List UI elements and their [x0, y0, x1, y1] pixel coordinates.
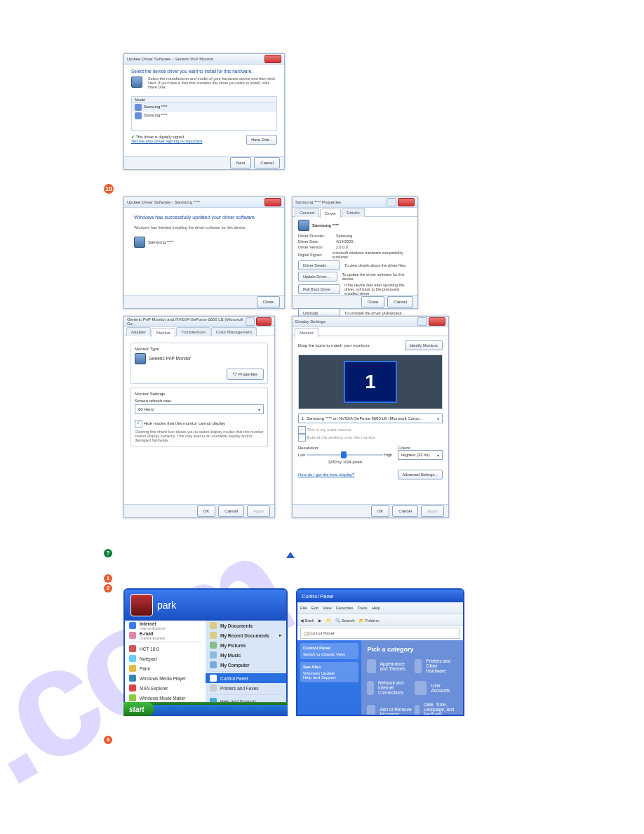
cancel-button[interactable]: Cancel: [254, 157, 280, 168]
have-disk-button[interactable]: Have Disk...: [246, 135, 277, 145]
monitor-icon: [135, 112, 142, 119]
monitor-type-label: Monitor Type: [135, 347, 264, 351]
best-display-link[interactable]: How do I get the best display?: [298, 472, 354, 477]
tabs: General Driver Details: [293, 208, 417, 217]
sm-item[interactable]: Windows Media Player: [125, 673, 206, 683]
search-button[interactable]: 🔍 Search: [335, 618, 355, 623]
title-text: Display Settings: [295, 319, 326, 324]
close-icon[interactable]: [398, 198, 415, 206]
sm-item-control-panel[interactable]: Control Panel: [206, 673, 286, 683]
sm-item-internet[interactable]: InternetInternet Explorer: [125, 621, 206, 630]
main-monitor-checkbox: ✓: [298, 426, 306, 434]
colors-dropdown[interactable]: Highest (32 bit)▾: [398, 450, 443, 460]
cancel-button[interactable]: Cancel: [218, 505, 244, 517]
help-icon[interactable]: [387, 198, 396, 206]
ok-button[interactable]: OK: [197, 505, 216, 517]
resolution-slider[interactable]: [307, 454, 383, 456]
sm-item[interactable]: Paint: [125, 663, 206, 673]
tab-adapter[interactable]: Adapter: [126, 327, 151, 336]
pick-category-heading: Pick a category: [367, 646, 457, 653]
address-bar[interactable]: 📋 Control Panel: [300, 628, 460, 639]
monitor-icon: [131, 77, 142, 88]
tab-driver[interactable]: Driver: [320, 208, 341, 218]
monitor-icon: [298, 220, 309, 231]
help-icon[interactable]: [246, 317, 255, 326]
close-icon[interactable]: [264, 55, 281, 63]
identify-button[interactable]: Identify Monitors: [405, 340, 443, 350]
monitor-select[interactable]: 1. Samsung **** on NVIDIA GeForce 6600 L…: [298, 413, 443, 423]
printers-icon: [415, 659, 422, 673]
menu-fav[interactable]: Favorites: [336, 606, 354, 610]
rollback-button[interactable]: Roll Back Driver: [298, 284, 340, 294]
tab-details[interactable]: Details: [342, 208, 364, 217]
apply-button[interactable]: Apply: [247, 505, 270, 517]
cancel-button[interactable]: Cancel: [392, 505, 418, 517]
menu-help[interactable]: Help: [372, 606, 380, 610]
close-icon[interactable]: [256, 317, 271, 326]
titlebar: Update Driver Software - Samsung ****: [124, 197, 284, 208]
back-button[interactable]: ◀ Back: [300, 618, 314, 623]
help-icon[interactable]: [417, 317, 427, 326]
tab-colormgmt[interactable]: Color Management: [211, 327, 257, 336]
cat-addremove[interactable]: Add or Remove Programs: [367, 702, 411, 716]
dialog-subtext: Select the manufacturer and model of you…: [148, 77, 277, 89]
sm-item[interactable]: My Music: [206, 650, 286, 660]
appearance-icon: [367, 659, 375, 673]
sm-item[interactable]: MSN Explorer: [125, 683, 206, 693]
datetime-icon: [415, 705, 420, 716]
close-button[interactable]: Close: [361, 296, 384, 307]
sm-item[interactable]: Notepad: [125, 654, 206, 663]
top-arrow-icon[interactable]: [286, 552, 295, 558]
tab-general[interactable]: General: [295, 208, 319, 217]
update-driver-success-dialog: Update Driver Software - Samsung **** Wi…: [123, 197, 285, 309]
advanced-button[interactable]: Advanced Settings...: [398, 470, 443, 479]
hide-modes-checkbox[interactable]: ✓: [135, 420, 142, 428]
resolution-value: 1280 by 1024 pixels: [298, 460, 392, 464]
driver-details-button[interactable]: Driver Details: [298, 260, 340, 270]
tab-monitor[interactable]: Monitor: [295, 328, 318, 337]
close-button[interactable]: Close: [257, 296, 280, 307]
sm-item[interactable]: My Documents: [206, 621, 286, 630]
sm-item[interactable]: Windows Movie Maker: [125, 693, 206, 703]
start-button[interactable]: start: [123, 702, 154, 716]
side-link[interactable]: Help and Support: [303, 675, 356, 680]
title-text: Generic PnP Monitor and NVIDIA GeForce 6…: [127, 317, 244, 326]
username: park: [157, 600, 176, 611]
close-icon[interactable]: [264, 198, 281, 206]
model-row[interactable]: Samsung ****: [132, 103, 276, 112]
update-driver-button[interactable]: Update Driver...: [298, 272, 337, 282]
sm-item[interactable]: Printers and Faxes: [206, 683, 286, 693]
refresh-dropdown[interactable]: 60 Hertz▾: [135, 404, 264, 414]
menu-file[interactable]: File: [300, 606, 307, 610]
up-button[interactable]: 📁: [326, 618, 331, 623]
menu-edit[interactable]: Edit: [311, 606, 318, 610]
cat-printers[interactable]: Printers and Other Hardware: [415, 658, 457, 673]
menu-tools[interactable]: Tools: [358, 606, 368, 610]
tab-monitor[interactable]: Monitor: [152, 328, 175, 337]
cat-datetime[interactable]: Date, Time, Language, and Regional Optio…: [415, 702, 457, 716]
sm-item[interactable]: My Recent Documents▸: [206, 630, 286, 640]
cat-appearance[interactable]: Appearance and Themes: [367, 658, 411, 673]
step-badge-10: 10: [104, 184, 114, 194]
menu-view[interactable]: View: [323, 606, 332, 610]
apply-button[interactable]: Apply: [421, 505, 444, 517]
cat-users[interactable]: User Accounts: [415, 680, 457, 695]
tab-troubleshoot[interactable]: Troubleshoot: [176, 327, 210, 336]
cat-network[interactable]: Network and Internet Connections: [367, 680, 411, 695]
next-button[interactable]: Next: [230, 157, 251, 168]
fwd-button[interactable]: ▶: [318, 618, 322, 623]
model-row[interactable]: Samsung ****: [132, 112, 276, 120]
sm-item[interactable]: My Computer: [206, 660, 286, 670]
close-icon[interactable]: [429, 317, 445, 326]
signing-link[interactable]: Tell me why driver signing is important: [131, 139, 202, 143]
sm-item-email[interactable]: E-mailOutlook Express: [125, 630, 206, 640]
sm-item[interactable]: HCT 10.0: [125, 644, 206, 654]
monitor-tile[interactable]: 1: [344, 361, 397, 403]
sm-item[interactable]: My Pictures: [206, 640, 286, 650]
settings-label: Monitor Settings: [135, 392, 264, 396]
properties-button[interactable]: 🛡 Properties: [227, 369, 264, 380]
ok-button[interactable]: OK: [371, 505, 390, 517]
cancel-button[interactable]: Cancel: [387, 296, 413, 307]
folders-button[interactable]: 📂 Folders: [359, 618, 380, 623]
switch-view-link[interactable]: Switch to Classic View: [303, 652, 356, 656]
